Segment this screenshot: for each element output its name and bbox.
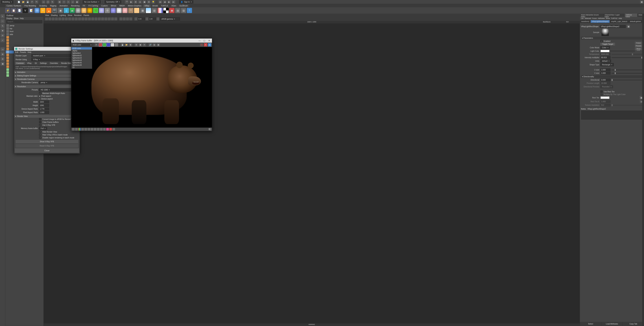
rotate-tool-icon[interactable]: ⟳ <box>0 33 4 38</box>
vray-shelf-icon[interactable]: 📷 <box>52 8 57 13</box>
vray-shelf-icon[interactable] <box>146 8 151 13</box>
layout-single-icon[interactable]: ▭ <box>0 47 4 51</box>
vsize-slider[interactable] <box>612 73 643 74</box>
panel-tab-active[interactable]: Attribute Editor <box>625 14 638 17</box>
shelf-tab[interactable]: Rendering <box>70 5 81 7</box>
rs-menu-presets[interactable]: Presets <box>20 51 26 53</box>
track-mouse-icon[interactable]: ✛ <box>143 43 146 46</box>
vp-tool-icon[interactable] <box>114 18 117 20</box>
light-color-swatch[interactable] <box>600 50 610 52</box>
channel-item[interactable]: lightselect3 <box>72 57 92 59</box>
load-attributes-button[interactable]: Load Attributes <box>601 322 623 326</box>
paint-tool-icon[interactable]: ✎ <box>0 24 4 28</box>
vp-menu-view[interactable]: View <box>45 14 49 16</box>
pixel-aspect-input[interactable] <box>39 111 49 114</box>
save-image-icon[interactable]: 💾 <box>121 43 124 46</box>
vray-shelf-icon[interactable]: ⛩ <box>128 8 134 13</box>
new-scene-icon[interactable]: 📄 <box>17 0 20 4</box>
open-scene-icon[interactable]: 📂 <box>22 0 25 4</box>
vp-tool-icon[interactable] <box>52 18 54 20</box>
rs-tab-settings[interactable]: Settings <box>39 62 48 65</box>
vray-shelf-icon[interactable] <box>158 8 163 13</box>
layout-persp-icon[interactable]: ▦ <box>0 62 4 66</box>
channel-item[interactable]: GI <box>72 66 92 69</box>
shelf-tab[interactable]: MASH <box>118 5 126 7</box>
select-tool-icon[interactable]: ↖ <box>0 14 4 18</box>
lasso-icon[interactable]: ◯ <box>46 0 50 4</box>
channel-item[interactable]: lightselect2 <box>72 54 92 57</box>
green-channel-icon[interactable] <box>103 43 106 46</box>
vp-menu-renderer[interactable]: Renderer <box>74 14 82 16</box>
snap-curve-icon[interactable]: 〰 <box>62 0 66 4</box>
render-setup-icon[interactable]: ☰ <box>147 0 150 4</box>
redo-icon[interactable]: ↷ <box>35 0 38 4</box>
vfb-btool-icon[interactable] <box>110 128 112 130</box>
vfb-options-icon[interactable]: ▾ <box>209 128 211 130</box>
vray-shelf-icon[interactable]: ⚡ <box>5 8 10 13</box>
outliner-item[interactable]: side <box>6 33 43 36</box>
load-image-icon[interactable]: 📂 <box>125 43 128 46</box>
reset-vfb-button[interactable]: Reset V-Ray VFB <box>16 144 78 147</box>
panel-tab[interactable]: XGen Interactive Groom Editor <box>580 14 604 17</box>
channel-dropdown[interactable]: RGB color▾ <box>72 44 92 46</box>
intensity-input[interactable] <box>600 56 610 59</box>
vp-menu-shading[interactable]: Shading <box>51 14 58 16</box>
layout-four-icon[interactable]: ⊞ <box>0 52 4 56</box>
blue-channel-icon[interactable] <box>107 43 110 46</box>
scrollbar[interactable] <box>642 14 644 326</box>
width-input[interactable] <box>39 101 49 103</box>
red-channel-icon[interactable] <box>99 43 102 46</box>
vp-tool-icon[interactable] <box>48 18 51 20</box>
height-input[interactable] <box>39 104 49 107</box>
node-options-icon[interactable]: ▦ <box>627 25 630 28</box>
vfb-btool-icon[interactable] <box>103 128 106 130</box>
render-output-view[interactable] <box>71 47 212 128</box>
vp-tool-icon[interactable] <box>134 18 138 20</box>
vray-sun-icon[interactable]: ☀ <box>40 8 46 13</box>
paint-select-icon[interactable]: ✎ <box>51 0 54 4</box>
node-name-input[interactable] <box>600 25 626 28</box>
clear-buffers-checkbox[interactable] <box>39 121 41 123</box>
use-vfb-checkbox[interactable]: ✓ <box>39 124 41 126</box>
rs-tab-vray[interactable]: VRay <box>26 62 33 65</box>
pixel-aspect-icon[interactable]: ▦ <box>157 43 160 46</box>
shelf-tab[interactable]: Motion Graphics <box>126 5 143 7</box>
minimize-icon[interactable]: — <box>198 39 201 42</box>
vray-shelf-icon[interactable]: ▣ <box>169 8 174 13</box>
select-icon[interactable]: ▭ <box>42 0 45 4</box>
vray-shelf-icon[interactable] <box>116 8 122 13</box>
vp-tool-icon[interactable] <box>65 18 68 20</box>
ae-menu[interactable]: Focus <box>592 18 597 19</box>
parameters-section[interactable]: ▾ Parameters <box>581 37 643 40</box>
save-scene-icon[interactable]: 💾 <box>26 0 29 4</box>
rs-tab-overrides[interactable]: Overrides <box>48 62 59 65</box>
vp-tool-icon[interactable] <box>126 18 129 20</box>
mem-buffer-dropdown[interactable]: Full <box>39 127 47 130</box>
playblast-icon[interactable]: ▣ <box>143 0 146 4</box>
usize-input[interactable] <box>600 68 610 71</box>
vray-checker-icon[interactable] <box>164 8 168 13</box>
outliner-menu-help[interactable]: Help <box>20 18 24 20</box>
lasso-tool-icon[interactable]: 〰 <box>0 19 4 23</box>
ae-menu[interactable]: Help <box>618 18 622 19</box>
rs-tab-common[interactable]: Common <box>15 62 25 65</box>
clear-icon[interactable]: 🗑 <box>129 43 132 46</box>
vp-tool-icon[interactable] <box>62 18 64 20</box>
intensity-slider[interactable] <box>612 57 643 58</box>
rs-tab-gi[interactable]: GI <box>33 62 38 65</box>
shelf-tab[interactable]: Custom <box>100 5 109 7</box>
vfb-btool-icon[interactable] <box>106 128 109 130</box>
render-icon[interactable]: ▶ <box>208 43 211 46</box>
vfb-titlebar[interactable]: ▣ V-Ray frame buffer - [50% of 1920 x 10… <box>71 39 212 43</box>
usize-slider[interactable] <box>612 70 643 70</box>
light-color-slider[interactable] <box>611 51 643 51</box>
clone-icon[interactable]: ⧉ <box>135 43 138 46</box>
vray-shelf-icon[interactable] <box>87 8 92 13</box>
vp-tool-icon[interactable] <box>85 18 88 20</box>
shelf-tab[interactable]: XGen <box>170 5 178 7</box>
shelf-tab[interactable]: Bifrost <box>110 5 118 7</box>
rs-section-resolution[interactable]: ▾ Resolution <box>14 85 80 88</box>
maintain-ratio-checkbox[interactable]: ✓ <box>39 92 41 94</box>
enabled-checkbox[interactable]: ✓ <box>600 40 602 42</box>
vp-tool-icon[interactable] <box>55 18 58 20</box>
